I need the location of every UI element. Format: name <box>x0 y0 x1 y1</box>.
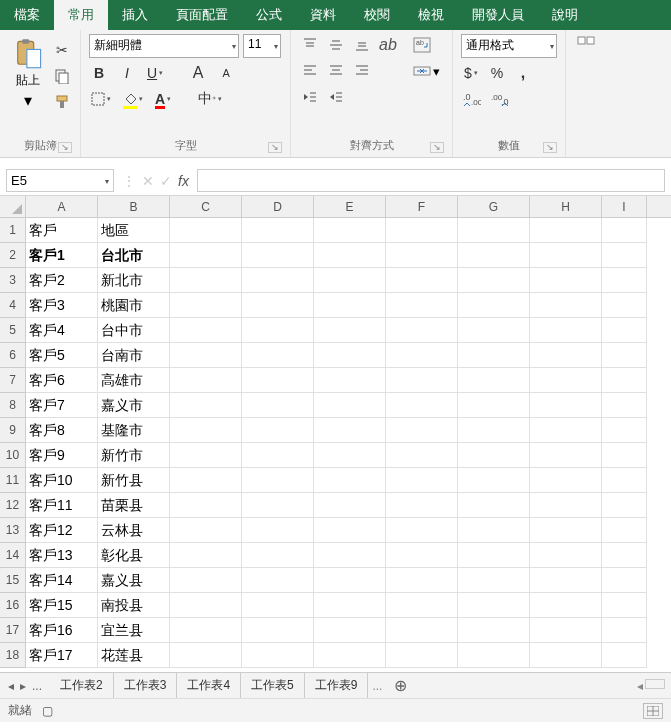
cell[interactable]: 地區 <box>98 218 170 243</box>
cell[interactable] <box>602 368 647 393</box>
percent-button[interactable]: % <box>487 62 507 84</box>
cell[interactable]: 台北市 <box>98 243 170 268</box>
cell[interactable] <box>530 418 602 443</box>
cell[interactable] <box>386 568 458 593</box>
sheet-tab[interactable]: 工作表9 <box>305 673 369 698</box>
cell[interactable] <box>602 243 647 268</box>
sheet-tab[interactable]: 工作表3 <box>114 673 178 698</box>
cell[interactable]: 客戶1 <box>26 243 98 268</box>
sheet-tab[interactable]: 工作表4 <box>177 673 241 698</box>
cell[interactable]: 客戶11 <box>26 493 98 518</box>
cell[interactable] <box>530 568 602 593</box>
cell[interactable] <box>458 493 530 518</box>
name-box[interactable]: E5▾ <box>6 169 114 192</box>
row-header[interactable]: 2 <box>0 243 26 268</box>
cell[interactable]: 高雄市 <box>98 368 170 393</box>
cell[interactable]: 客戶7 <box>26 393 98 418</box>
cell[interactable]: 客戶3 <box>26 293 98 318</box>
sheet-overflow[interactable]: ... <box>368 679 386 693</box>
tab-data[interactable]: 資料 <box>296 0 350 30</box>
cell[interactable]: 宜兰县 <box>98 618 170 643</box>
cell[interactable] <box>242 318 314 343</box>
cell[interactable] <box>386 218 458 243</box>
cell[interactable] <box>314 443 386 468</box>
cell[interactable] <box>170 418 242 443</box>
cell[interactable] <box>530 368 602 393</box>
sheet-nav-next[interactable]: ▸ <box>18 679 28 693</box>
cell[interactable] <box>458 243 530 268</box>
cell[interactable] <box>530 643 602 668</box>
formula-input[interactable] <box>197 169 665 192</box>
row-header[interactable]: 11 <box>0 468 26 493</box>
cell[interactable] <box>386 268 458 293</box>
cell[interactable] <box>386 293 458 318</box>
cell[interactable] <box>386 418 458 443</box>
cell[interactable] <box>530 518 602 543</box>
tab-layout[interactable]: 頁面配置 <box>162 0 242 30</box>
cell[interactable] <box>458 218 530 243</box>
row-header[interactable]: 5 <box>0 318 26 343</box>
cell[interactable] <box>458 418 530 443</box>
cell[interactable] <box>170 593 242 618</box>
row-header[interactable]: 12 <box>0 493 26 518</box>
tab-view[interactable]: 檢視 <box>404 0 458 30</box>
cell[interactable] <box>170 443 242 468</box>
row-header[interactable]: 10 <box>0 443 26 468</box>
cut-button[interactable]: ✂ <box>52 40 72 60</box>
cell[interactable] <box>458 468 530 493</box>
cell[interactable] <box>602 393 647 418</box>
cell[interactable] <box>314 393 386 418</box>
row-header[interactable]: 14 <box>0 543 26 568</box>
tab-home[interactable]: 常用 <box>54 0 108 30</box>
cell[interactable] <box>242 518 314 543</box>
cell[interactable] <box>530 468 602 493</box>
row-header[interactable]: 1 <box>0 218 26 243</box>
cell[interactable]: 客戶2 <box>26 268 98 293</box>
cell[interactable] <box>314 568 386 593</box>
cell[interactable]: 嘉义市 <box>98 393 170 418</box>
tab-review[interactable]: 校閱 <box>350 0 404 30</box>
cancel-formula-button[interactable]: ✕ <box>142 173 154 189</box>
cell[interactable]: 台南市 <box>98 343 170 368</box>
decrease-decimal-button[interactable]: .00.0 <box>489 88 511 110</box>
wrap-text-button[interactable]: ab <box>409 34 444 56</box>
hscroll-left[interactable]: ◂ <box>637 679 643 693</box>
cell[interactable] <box>602 218 647 243</box>
select-all-button[interactable] <box>0 196 26 217</box>
column-header[interactable]: F <box>386 196 458 217</box>
column-header[interactable]: A <box>26 196 98 217</box>
increase-decimal-button[interactable]: .0.00 <box>461 88 483 110</box>
view-normal-button[interactable] <box>643 703 663 719</box>
cell[interactable] <box>530 243 602 268</box>
cell[interactable]: 客戶10 <box>26 468 98 493</box>
underline-button[interactable]: U▾ <box>145 62 165 84</box>
cell[interactable] <box>602 443 647 468</box>
cell[interactable] <box>602 343 647 368</box>
align-right-button[interactable] <box>351 60 373 82</box>
row-header[interactable]: 15 <box>0 568 26 593</box>
cell[interactable] <box>458 293 530 318</box>
cell[interactable] <box>242 293 314 318</box>
options-icon[interactable]: ⋮ <box>122 173 136 189</box>
cell[interactable] <box>386 443 458 468</box>
cell[interactable] <box>602 468 647 493</box>
cell[interactable] <box>242 268 314 293</box>
cell[interactable] <box>458 568 530 593</box>
column-header[interactable]: B <box>98 196 170 217</box>
cell[interactable] <box>242 393 314 418</box>
cell[interactable] <box>530 218 602 243</box>
macro-record-icon[interactable]: ▢ <box>42 704 53 718</box>
phonetic-button[interactable]: 中⁺▾ <box>196 88 224 110</box>
cell[interactable] <box>314 268 386 293</box>
cell[interactable] <box>242 493 314 518</box>
font-size-select[interactable]: 11▾ <box>243 34 281 58</box>
cell[interactable]: 客戶4 <box>26 318 98 343</box>
cell[interactable]: 基隆市 <box>98 418 170 443</box>
cell[interactable] <box>386 368 458 393</box>
row-header[interactable]: 18 <box>0 643 26 668</box>
cell[interactable] <box>314 593 386 618</box>
cell[interactable]: 客戶12 <box>26 518 98 543</box>
cell[interactable] <box>314 518 386 543</box>
cell[interactable] <box>602 568 647 593</box>
align-middle-button[interactable] <box>325 34 347 56</box>
